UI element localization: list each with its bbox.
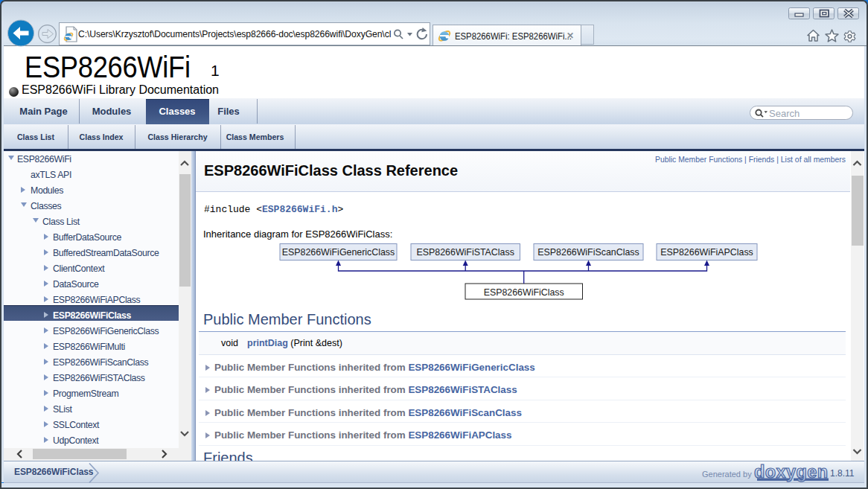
svg-text:ESP8266WiFiAPClass: ESP8266WiFiAPClass — [660, 247, 753, 258]
svg-text:doxygen: doxygen — [754, 462, 828, 482]
svg-text:ESP8266WiFiScanClass: ESP8266WiFiScanClass — [537, 247, 639, 258]
svg-text:ESP8266WiFiSTAClass: ESP8266WiFiSTAClass — [417, 247, 514, 258]
svg-text:ESP8266WiFiClass: ESP8266WiFiClass — [484, 287, 564, 297]
svg-text:ESP8266WiFiGenericClass: ESP8266WiFiGenericClass — [282, 247, 395, 258]
